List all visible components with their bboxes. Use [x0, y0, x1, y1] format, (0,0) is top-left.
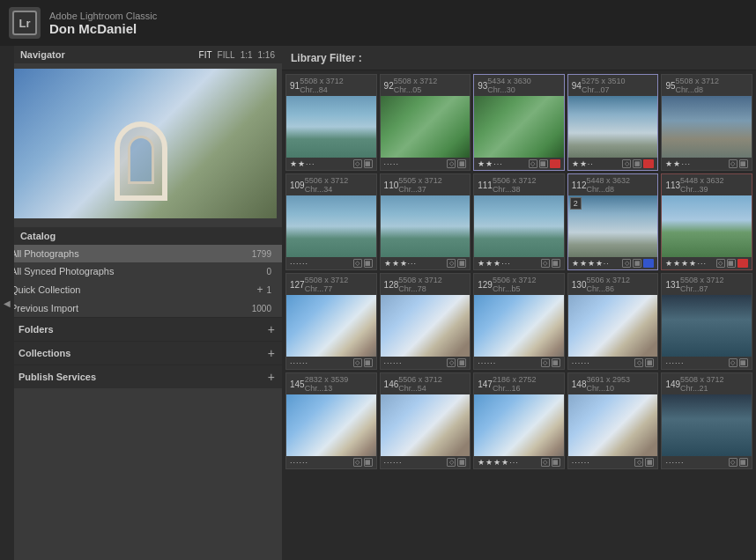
photo-meta: 5508 x 3712 Chr...d8 — [676, 77, 748, 94]
photo-thumbnail — [662, 295, 752, 357]
photo-icon-grid: ▦ — [364, 458, 373, 467]
publish-header[interactable]: ▶ Publish Services + — [0, 365, 282, 388]
photo-meta: 5448 x 3632 Chr...d8 — [586, 176, 654, 194]
photo-stars: ★★··· — [290, 159, 315, 168]
photo-num: 127 — [290, 280, 305, 290]
library-filter-label: Library Filter : — [291, 52, 362, 64]
collections-add-button[interactable]: + — [268, 346, 275, 360]
photo-icon-grid: ▦ — [645, 358, 654, 367]
catalog-item-previous[interactable]: Previous Import 1000 — [0, 299, 282, 317]
photo-cell[interactable]: 1285508 x 3712 Chr...78······◇▦ — [380, 273, 471, 370]
photo-thumbnail: 2 — [568, 195, 658, 257]
catalog-quick-plus[interactable]: + — [256, 284, 263, 296]
photo-footer: ······◇▦ — [286, 357, 376, 369]
photo-icon-copy: ◇ — [447, 358, 456, 367]
photo-icons: ◇▦ — [634, 358, 654, 367]
collections-section: ▶ Collections + — [0, 341, 282, 365]
photo-thumbnail — [662, 394, 752, 456]
photo-grid[interactable]: 915508 x 3712 Chr...84★★···◇▦925508 x 37… — [282, 70, 756, 560]
photo-cell-header: 1495508 x 3712 Chr...21 — [662, 373, 752, 394]
photo-icon-grid: ▦ — [457, 358, 466, 367]
photo-icon-grid: ▦ — [739, 458, 748, 467]
photo-thumbnail — [662, 96, 752, 158]
photo-footer: ······◇▦ — [474, 357, 564, 369]
photo-footer: ★★★★···◇▦ — [662, 257, 752, 269]
catalog-item-all-photographs[interactable]: All Photographs 1799 — [0, 245, 282, 262]
panel-collapse-arrow[interactable]: ◀ — [0, 46, 14, 560]
photo-icon-copy: ◇ — [353, 259, 362, 268]
photo-cell[interactable]: 1295506 x 3712 Chr...b5······◇▦ — [473, 273, 565, 370]
photo-stars: ······ — [290, 358, 308, 367]
nav-1-1[interactable]: 1:1 — [241, 50, 253, 60]
photo-cell[interactable]: 925508 x 3712 Chr...05·····◇▦ — [380, 74, 471, 171]
photo-footer: ★★···◇▦ — [286, 158, 376, 170]
photo-thumbnail — [568, 96, 658, 158]
photo-cell[interactable]: 955508 x 3712 Chr...d8★★···◇▦ — [661, 74, 752, 171]
photo-num: 113 — [665, 181, 680, 190]
grid-row-1: 1095506 x 3712 Chr...34······◇▦1105505 x… — [285, 173, 752, 270]
photo-cell[interactable]: 1465506 x 3712 Chr...54······◇▦ — [380, 372, 471, 469]
photo-stars: ······ — [384, 458, 403, 467]
photo-footer: ······◇▦ — [381, 456, 471, 468]
photo-cell[interactable]: 1315508 x 3712 Chr...87······◇▦ — [661, 273, 752, 370]
photo-icon-copy: ◇ — [729, 458, 737, 467]
photo-cell-header: 1125448 x 3632 Chr...d8 — [568, 174, 658, 195]
catalog-section: ▼ Catalog All Photographs 1799 All Synce… — [0, 227, 282, 317]
catalog-all-photos-count: 1799 — [252, 249, 271, 259]
photo-footer: ······◇▦ — [286, 456, 376, 468]
photo-thumbnail — [381, 295, 471, 357]
photo-stars: ★★★··· — [384, 259, 418, 268]
photo-cell[interactable]: 1452832 x 3539 Chr...13······◇▦ — [285, 372, 377, 469]
nav-arch — [115, 122, 167, 201]
photo-cell[interactable]: 1125448 x 3632 Chr...d82★★★★··◇▦ — [567, 173, 659, 270]
folders-add-button[interactable]: + — [268, 322, 275, 336]
nav-1-16[interactable]: 1:16 — [258, 50, 275, 60]
photo-icons: ◇▦ — [729, 358, 748, 367]
photo-num: 95 — [665, 81, 675, 91]
photo-meta: 2186 x 2752 Chr...16 — [493, 375, 560, 393]
right-panel: Library Filter : 915508 x 3712 Chr...84★… — [282, 46, 756, 560]
photo-thumbnail — [286, 96, 376, 158]
photo-cell[interactable]: 1305506 x 3712 Chr...86······◇▦ — [567, 273, 659, 370]
nav-fit[interactable]: FIT — [199, 50, 212, 60]
photo-cell[interactable]: 1472186 x 2752 Chr...16★★★★···◇▦ — [473, 372, 565, 469]
photo-cell[interactable]: 1483691 x 2953 Chr...10······◇▦ — [567, 372, 659, 469]
photo-cell[interactable]: 1105505 x 3712 Chr...37★★★···◇▦ — [380, 173, 471, 270]
photo-cell[interactable]: 1095506 x 3712 Chr...34······◇▦ — [285, 173, 377, 270]
photo-num: 147 — [478, 379, 493, 389]
photo-icon-grid: ▦ — [539, 159, 548, 168]
folders-header[interactable]: ▶ Folders + — [0, 318, 282, 341]
photo-footer: ★★★···◇▦ — [474, 257, 564, 269]
catalog-section-header[interactable]: ▼ Catalog — [0, 227, 282, 245]
photo-cell[interactable]: 915508 x 3712 Chr...84★★···◇▦ — [285, 74, 377, 171]
photo-cell[interactable]: 945275 x 3510 Chr...07★★··◇▦ — [567, 74, 659, 171]
collections-header[interactable]: ▶ Collections + — [0, 342, 282, 365]
photo-cell[interactable]: 1495508 x 3712 Chr...21······◇▦ — [661, 372, 752, 469]
navigator-section-header[interactable]: ▼ Navigator FIT FILL 1:1 1:16 — [0, 46, 282, 63]
photo-num: 93 — [478, 81, 487, 91]
nav-fill[interactable]: FILL — [218, 50, 235, 60]
photo-cell[interactable]: 1275508 x 3712 Chr...77······◇▦ — [285, 273, 377, 370]
navigator-controls: FIT FILL 1:1 1:16 — [199, 50, 275, 60]
logo-text: Lr — [19, 17, 31, 30]
photo-cell-header: 1115506 x 3712 Chr...38 — [474, 174, 564, 195]
photo-meta: 5434 x 3630 Chr...30 — [487, 77, 560, 94]
photo-rank: 2 — [570, 197, 582, 210]
photo-meta: 5506 x 3712 Chr...54 — [398, 375, 466, 393]
catalog-previous-count: 1000 — [252, 304, 271, 313]
header-text: Adobe Lightroom Classic Don McDaniel — [49, 11, 157, 36]
lr-logo-icon: Lr — [12, 11, 37, 35]
photo-thumbnail — [568, 295, 658, 357]
catalog-item-synced[interactable]: All Synced Photographs 0 — [0, 262, 282, 280]
photo-cell[interactable]: 1115506 x 3712 Chr...38★★★···◇▦ — [473, 173, 565, 270]
collapse-icon: ◀ — [4, 298, 11, 308]
photo-footer: ★★★★··◇▦ — [568, 257, 658, 269]
photo-cell[interactable]: 1135448 x 3632 Chr...39★★★★···◇▦ — [661, 173, 752, 270]
catalog-item-quick[interactable]: Quick Collection + 1 — [0, 280, 282, 299]
photo-icon-grid: ▦ — [457, 458, 466, 467]
photo-footer: ★★★★···◇▦ — [474, 456, 564, 468]
publish-add-button[interactable]: + — [268, 370, 275, 384]
photo-icon-copy: ◇ — [729, 159, 737, 168]
photo-footer: ★★···◇▦ — [474, 158, 564, 170]
photo-cell[interactable]: 935434 x 3630 Chr...30★★···◇▦ — [473, 74, 565, 171]
